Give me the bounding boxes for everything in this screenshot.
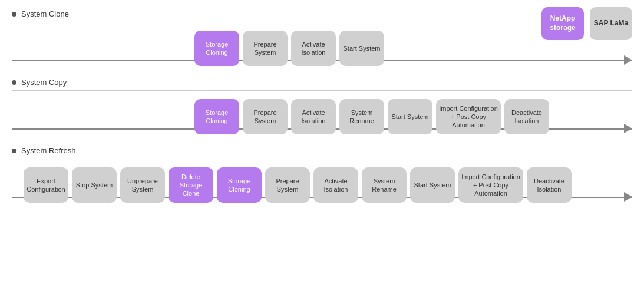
refresh-steps: Export Configuration Stop System Unprepa…: [24, 167, 572, 203]
system-refresh-section: System Refresh Export Configuration Stop…: [12, 146, 632, 206]
copy-step-0: Storage Cloning: [194, 99, 239, 134]
copy-step-3: System Rename: [339, 99, 384, 134]
refresh-step-3: Delete Storage Clone: [169, 167, 213, 203]
copy-step-5: Import Configuration + Post Copy Automat…: [436, 99, 501, 134]
refresh-step-8: Start System: [410, 167, 455, 203]
copy-arrow-head: [624, 124, 632, 133]
clone-step-1: Prepare System: [243, 31, 288, 66]
refresh-step-9: Import Configuration + Post Copy Automat…: [458, 167, 523, 203]
clone-steps: Storage Cloning Prepare System Activate …: [194, 31, 384, 66]
system-copy-label: System Copy: [12, 78, 632, 87]
clone-step-3: Start System: [339, 31, 384, 66]
copy-arrow-row: Storage Cloning Prepare System Activate …: [12, 95, 632, 138]
copy-step-4: Start System: [388, 99, 432, 134]
divider-refresh: [12, 159, 632, 159]
row-dot-copy: [12, 80, 16, 85]
refresh-step-4: Storage Cloning: [217, 167, 262, 203]
clone-arrow-row: Storage Cloning Prepare System Activate …: [12, 27, 632, 70]
refresh-step-1: Stop System: [72, 167, 117, 203]
row-dot: [12, 12, 16, 17]
refresh-arrow-row: Export Configuration Stop System Unprepa…: [12, 164, 632, 206]
refresh-step-5: Prepare System: [265, 167, 310, 203]
refresh-step-10: Deactivate Isolation: [527, 167, 572, 203]
refresh-arrow-head: [624, 192, 632, 202]
system-copy-section: System Copy Storage Cloning Prepare Syst…: [12, 78, 632, 138]
refresh-step-0: Export Configuration: [24, 167, 68, 203]
copy-step-1: Prepare System: [243, 99, 288, 134]
copy-steps: Storage Cloning Prepare System Activate …: [194, 99, 549, 134]
refresh-step-2: Unprepare System: [120, 167, 165, 203]
refresh-step-6: Activate Isolation: [313, 167, 358, 203]
divider-clone: [12, 22, 632, 22]
divider-copy: [12, 90, 632, 91]
system-clone-section: System Clone Storage Cloning Prepare Sys…: [12, 9, 632, 70]
system-refresh-label: System Refresh: [12, 146, 632, 155]
clone-step-0: Storage Cloning: [194, 31, 239, 66]
refresh-step-7: System Rename: [362, 167, 407, 203]
system-clone-label: System Clone: [12, 9, 632, 18]
clone-arrow-head: [624, 55, 632, 65]
row-dot-refresh: [12, 149, 16, 153]
clone-step-2: Activate Isolation: [291, 31, 336, 66]
copy-step-6: Deactivate Isolation: [504, 99, 549, 134]
copy-step-2: Activate Isolation: [291, 99, 336, 134]
